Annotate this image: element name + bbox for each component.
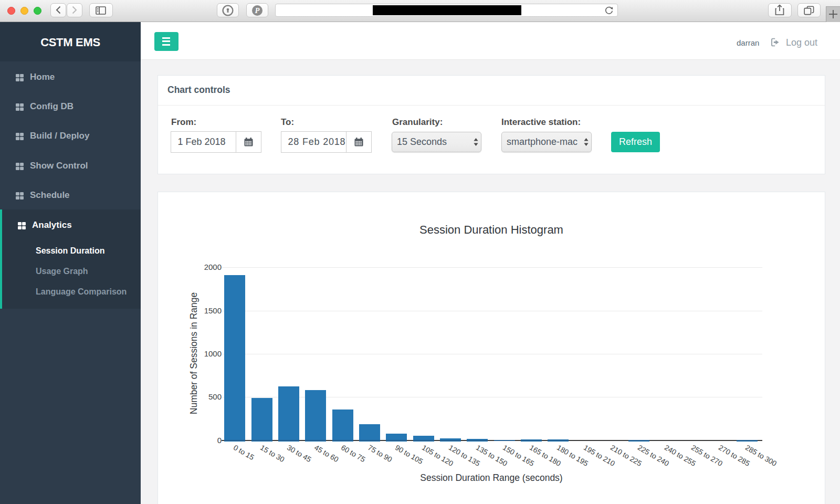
svg-text:P: P xyxy=(255,6,260,15)
